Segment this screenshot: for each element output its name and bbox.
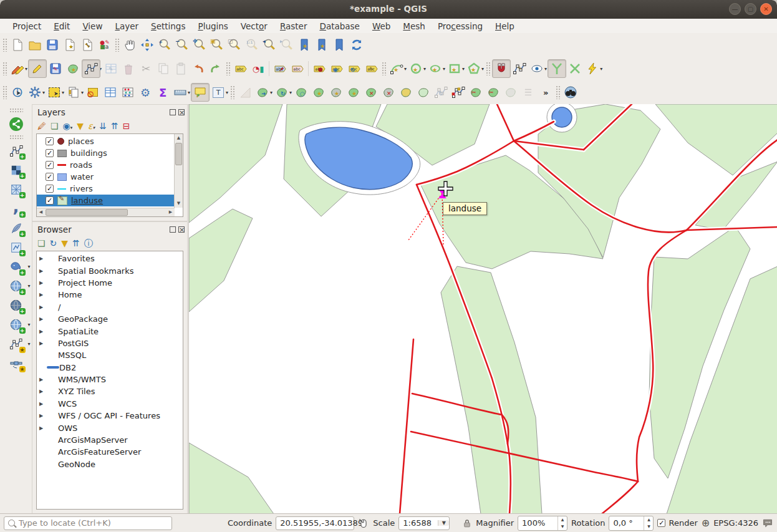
- deselect-all-button[interactable]: ⃠: [84, 84, 102, 101]
- expander-icon[interactable]: ▶: [39, 413, 47, 418]
- text-annotation-button[interactable]: T: [210, 84, 227, 101]
- expander-icon[interactable]: ▶: [39, 292, 47, 297]
- toolbar-handle[interactable]: [2, 38, 7, 52]
- menu-item[interactable]: Vector: [234, 20, 274, 32]
- toolbar-handle[interactable]: [2, 62, 7, 75]
- title-bar[interactable]: *example - QGIS — ▢ ✕: [0, 0, 777, 19]
- browser-item[interactable]: ▶ PostGIS: [37, 337, 183, 349]
- zoom-out-button[interactable]: −: [173, 36, 191, 54]
- layer-row[interactable]: ✓ buildings: [37, 147, 175, 159]
- toolbar-overflow-button[interactable]: »: [537, 84, 554, 101]
- browser-item[interactable]: ▶ OWS: [37, 422, 183, 433]
- layer-visibility-checkbox[interactable]: ✓: [46, 196, 54, 205]
- rotation-spinbox[interactable]: 0,0 ° ▲▼: [609, 516, 654, 531]
- add-vector-tile-layer-button[interactable]: ★▾: [6, 334, 26, 354]
- remove-layer-icon[interactable]: ⊟: [123, 122, 130, 130]
- scroll-down-arrow[interactable]: ▼: [175, 200, 183, 208]
- layer-visibility-checkbox[interactable]: ✓: [46, 149, 54, 157]
- dropdown-caret[interactable]: ▾: [27, 322, 30, 327]
- pan-map-button[interactable]: [121, 36, 138, 54]
- menu-item[interactable]: Help: [489, 20, 521, 32]
- rotate-label-button[interactable]: ↻: [345, 60, 363, 77]
- scroll-left-arrow[interactable]: ◀: [37, 208, 45, 216]
- scroll-up-arrow[interactable]: ▲: [175, 134, 183, 142]
- delete-ring-button[interactable]: ✕: [362, 84, 380, 101]
- delete-selected-button[interactable]: [120, 60, 137, 77]
- offset-curve-button[interactable]: [415, 84, 432, 101]
- zoom-in-button[interactable]: ＋: [156, 36, 173, 54]
- fill-ring-button[interactable]: ★: [345, 84, 362, 101]
- menu-item[interactable]: Plugins: [191, 20, 234, 32]
- layers-vertical-scrollbar[interactable]: ▲ ▼: [174, 134, 183, 208]
- identify-features-button[interactable]: ⓘ➤: [9, 84, 26, 101]
- processing-toolbox-button[interactable]: ⚙: [137, 84, 154, 101]
- pan-to-selection-button[interactable]: [138, 36, 156, 54]
- menu-item[interactable]: Layer: [109, 20, 145, 32]
- enable-tracing-button[interactable]: [584, 60, 601, 77]
- spin-down-icon[interactable]: ▼: [644, 523, 653, 530]
- split-features-button[interactable]: ✂: [467, 84, 485, 101]
- menu-item[interactable]: Database: [313, 20, 365, 32]
- save-project-button[interactable]: [44, 36, 61, 54]
- filter-by-expression-icon[interactable]: ε▾: [88, 122, 95, 130]
- browser-item[interactable]: ▶ WMS/WMTS: [37, 374, 183, 385]
- data-source-manager-button[interactable]: [6, 114, 26, 133]
- rotate-point-symbols-button[interactable]: ↻: [432, 84, 450, 101]
- float-panel-icon[interactable]: [170, 109, 176, 115]
- browser-item[interactable]: ▶ WCS: [37, 398, 183, 410]
- add-wfs-layer-button[interactable]: +▾: [6, 315, 26, 334]
- scale-combobox[interactable]: 1:6588 ▼: [398, 516, 450, 530]
- toolbar-handle[interactable]: [115, 38, 120, 52]
- layer-row[interactable]: ✓ water: [37, 171, 175, 183]
- expander-icon[interactable]: ▶: [39, 329, 47, 334]
- modify-attributes-button[interactable]: ✎: [102, 60, 120, 77]
- add-wcs-layer-button[interactable]: +: [6, 296, 26, 315]
- open-attribute-table-button[interactable]: [102, 84, 119, 101]
- zoom-full-extent-button[interactable]: ✥: [191, 36, 208, 54]
- cut-features-button[interactable]: ✂: [137, 60, 155, 77]
- zoom-to-selection-button[interactable]: ▣: [208, 36, 226, 54]
- add-vector-layer-button[interactable]: +: [6, 141, 26, 160]
- add-delimited-text-layer-button[interactable]: ,+: [6, 199, 26, 218]
- open-layer-styling-icon[interactable]: 🖉: [37, 122, 46, 130]
- expander-icon[interactable]: ▶: [39, 341, 47, 346]
- add-part-button[interactable]: ★: [327, 84, 345, 101]
- menu-item[interactable]: Mesh: [397, 20, 432, 32]
- measure-line-button[interactable]: [171, 84, 189, 101]
- lock-scale-icon[interactable]: [462, 518, 472, 528]
- expander-icon[interactable]: ▶: [39, 425, 47, 431]
- browser-item[interactable]: ▶ /: [37, 301, 183, 313]
- show-layout-manager-button[interactable]: 🔧︎: [79, 36, 96, 54]
- layer-visibility-checkbox[interactable]: ✓: [46, 173, 54, 181]
- toolbar-handle[interactable]: [230, 85, 235, 99]
- add-group-icon[interactable]: ❏: [51, 122, 59, 130]
- simplify-feature-button[interactable]: ⬡: [292, 84, 310, 101]
- locate-search-input[interactable]: Type to locate (Ctrl+K): [4, 516, 172, 530]
- spin-up-icon[interactable]: ▲: [558, 516, 567, 523]
- scroll-right-arrow[interactable]: ▶: [166, 208, 175, 216]
- snapping-options-button[interactable]: ✎: [511, 60, 528, 77]
- add-spatialite-layer-button[interactable]: +: [6, 218, 26, 238]
- expander-icon[interactable]: ▶: [39, 256, 47, 261]
- browser-item[interactable]: ▶ ArcGisFeatureServer: [37, 446, 183, 458]
- filter-legend-icon[interactable]: ▼: [77, 122, 84, 130]
- toggle-editing-button[interactable]: [28, 59, 47, 78]
- topological-editing-button[interactable]: [548, 59, 566, 78]
- menu-item[interactable]: Raster: [274, 20, 314, 32]
- messages-icon[interactable]: [762, 518, 773, 529]
- layer-visibility-checkbox[interactable]: ✓: [46, 137, 54, 145]
- add-regular-polygon-button[interactable]: ★: [465, 60, 483, 77]
- show-hide-labels-button[interactable]: ◉: [328, 60, 345, 77]
- save-layer-edits-button[interactable]: ✎: [47, 60, 64, 77]
- layer-row[interactable]: ✓ landuse: [37, 195, 175, 206]
- dropdown-caret[interactable]: ▾: [27, 341, 30, 347]
- filter-browser-icon[interactable]: ▼: [61, 239, 68, 248]
- browser-item[interactable]: ▶ DB2: [37, 362, 183, 374]
- select-by-value-button[interactable]: ▮: [65, 84, 82, 101]
- browser-item[interactable]: ▶ Spatial Bookmarks: [37, 264, 183, 276]
- menu-item[interactable]: Processing: [432, 20, 489, 32]
- minimize-button[interactable]: —: [729, 3, 741, 15]
- magnifier-spinbox[interactable]: 100% ▲▼: [518, 516, 567, 531]
- rotate-feature-button[interactable]: ↻: [273, 84, 291, 101]
- menu-item[interactable]: View: [76, 20, 109, 32]
